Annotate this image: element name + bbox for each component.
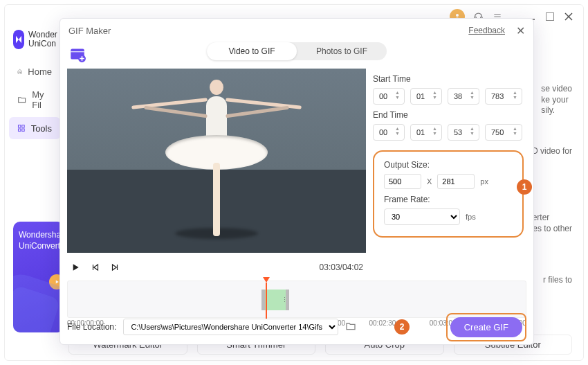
transport-bar: 03:03/04:02: [67, 257, 366, 278]
promo-l1: Wondersha: [19, 230, 59, 241]
timeline[interactable]: ⋮ ⋮: [67, 281, 526, 318]
end-s-stepper[interactable]: 53▲▼: [448, 124, 479, 141]
create-gif-highlight: Create GIF: [446, 313, 526, 341]
tile-text-1: se video ke your sily.: [541, 84, 572, 116]
promo-l2: UniConvert: [19, 241, 59, 252]
play-button[interactable]: [70, 262, 81, 273]
next-frame-button[interactable]: [110, 262, 120, 272]
sidebar-item-myfiles[interactable]: My Fil: [9, 84, 60, 116]
frame-rate-select[interactable]: 30: [384, 208, 460, 225]
output-settings-highlight: Output Size: X px Frame Rate: 30 fps 1: [373, 150, 524, 238]
mode-segmented: Video to GIF Photos to GIF: [207, 42, 387, 60]
prev-frame-button[interactable]: [91, 262, 100, 272]
maximize-button[interactable]: [544, 12, 555, 22]
px-unit: px: [480, 177, 488, 186]
sidebar-item-label: My Fil: [32, 89, 52, 110]
sidebar-item-label: Home: [28, 66, 52, 77]
annotation-badge-1: 1: [517, 179, 532, 195]
sidebar-item-tools[interactable]: Tools: [9, 117, 60, 139]
file-location-bar: File Location: C:\Users\ws\Pictures\Wond…: [67, 317, 526, 337]
settings-panel: Start Time 00▲▼ 01▲▼ 38▲▼ 783▲▼ End Time…: [373, 69, 524, 238]
time-readout: 03:03/04:02: [320, 262, 363, 272]
x-separator: X: [427, 177, 432, 186]
sidebar: Wonder UniCon Home My Fil Tools Wondersh…: [5, 5, 64, 360]
start-time-label: Start Time: [373, 74, 524, 84]
svg-rect-3: [18, 125, 20, 127]
add-media-button[interactable]: [67, 44, 88, 64]
file-location-label: File Location:: [67, 322, 116, 332]
svg-point-0: [456, 14, 459, 17]
open-folder-icon[interactable]: [345, 321, 358, 333]
file-location-select[interactable]: C:\Users\ws\Pictures\Wondershare UniConv…: [123, 319, 338, 335]
brand-icon: [13, 30, 24, 49]
tab-video-to-gif[interactable]: Video to GIF: [207, 42, 297, 60]
svg-rect-6: [22, 129, 24, 131]
tile-text-3: verter ges to other: [529, 213, 572, 234]
end-time-label: End Time: [373, 110, 524, 120]
playhead[interactable]: [263, 277, 270, 283]
gif-maker-dialog: GIF Maker Feedback ✕ Video to GIF Photos…: [59, 18, 534, 345]
svg-rect-4: [22, 125, 24, 127]
start-ms-stepper[interactable]: 783▲▼: [485, 88, 522, 105]
close-icon[interactable]: ✕: [516, 24, 525, 37]
start-h-stepper[interactable]: 00▲▼: [373, 88, 405, 105]
folder-icon: [17, 94, 26, 105]
fps-unit: fps: [466, 213, 476, 221]
sidebar-item-home[interactable]: Home: [9, 60, 60, 82]
brand: Wonder UniCon: [5, 26, 64, 59]
output-width-input[interactable]: [384, 174, 421, 189]
video-preview[interactable]: [67, 69, 366, 253]
frame-rate-label: Frame Rate:: [384, 195, 513, 204]
promo-card[interactable]: Wondersha UniConvert: [13, 222, 64, 332]
start-s-stepper[interactable]: 38▲▼: [448, 88, 479, 105]
end-ms-stepper[interactable]: 750▲▼: [485, 124, 522, 141]
home-icon: [17, 66, 22, 77]
tools-icon: [17, 123, 26, 134]
end-h-stepper[interactable]: 00▲▼: [373, 124, 405, 141]
output-size-label: Output Size:: [384, 160, 513, 170]
sidebar-item-label: Tools: [31, 123, 52, 134]
create-gif-button[interactable]: Create GIF: [450, 317, 522, 337]
tile-text-4: r files to: [543, 275, 572, 286]
output-height-input[interactable]: [437, 174, 475, 189]
tab-photos-to-gif[interactable]: Photos to GIF: [297, 42, 387, 60]
close-window-button[interactable]: [563, 12, 573, 22]
annotation-badge-2: 2: [394, 319, 410, 335]
brand-line2: UniCon: [28, 39, 57, 48]
dialog-title: GIF Maker: [68, 26, 111, 36]
svg-rect-5: [18, 129, 20, 131]
start-m-stepper[interactable]: 01▲▼: [410, 88, 442, 105]
dialog-header: GIF Maker Feedback ✕: [60, 19, 533, 42]
tile-text-2: D video for: [532, 146, 572, 157]
end-m-stepper[interactable]: 01▲▼: [410, 124, 442, 141]
feedback-link[interactable]: Feedback: [468, 26, 505, 35]
